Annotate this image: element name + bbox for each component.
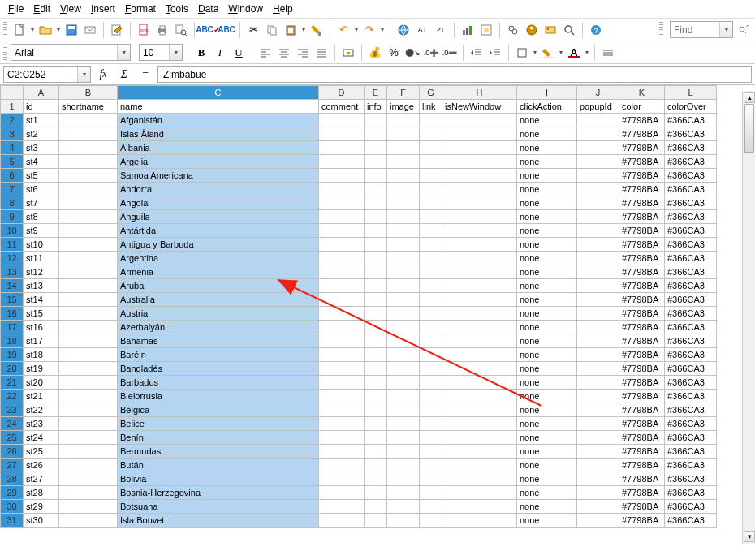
row-header-8[interactable]: 8 — [1, 196, 24, 210]
cell[interactable] — [319, 321, 365, 334]
cell[interactable]: #366CA3 — [665, 307, 717, 321]
cell[interactable]: #7798BA — [619, 459, 665, 472]
chevron-down-icon[interactable]: ▾ — [353, 26, 360, 33]
cell[interactable]: #7798BA — [619, 445, 665, 459]
row-header-21[interactable]: 21 — [1, 376, 24, 390]
cell[interactable]: Isla Bouvet — [118, 514, 319, 528]
cell[interactable] — [442, 265, 517, 279]
row-header-27[interactable]: 27 — [1, 459, 24, 472]
cell[interactable] — [442, 417, 517, 431]
cell[interactable] — [420, 334, 442, 348]
cell[interactable] — [59, 210, 118, 224]
cell[interactable] — [59, 293, 118, 307]
row-header-2[interactable]: 2 — [1, 114, 24, 127]
cell[interactable] — [420, 114, 442, 127]
percent-button[interactable]: % — [385, 44, 403, 62]
cell[interactable] — [365, 431, 387, 445]
menu-help[interactable]: Help — [268, 2, 298, 16]
cell[interactable]: Andorra — [118, 183, 319, 196]
underline-button[interactable]: U — [230, 44, 248, 62]
cell[interactable]: Bielorrusia — [118, 390, 319, 403]
cell[interactable]: st10 — [24, 238, 59, 252]
cell[interactable] — [365, 334, 387, 348]
cell[interactable] — [442, 183, 517, 196]
cell[interactable] — [319, 252, 365, 265]
column-header-I[interactable]: I — [517, 86, 577, 100]
cell[interactable] — [420, 445, 442, 459]
cell[interactable] — [577, 514, 619, 528]
cell[interactable] — [420, 196, 442, 210]
bold-button[interactable]: B — [192, 44, 210, 62]
row-header-19[interactable]: 19 — [1, 348, 24, 362]
cell[interactable]: #366CA3 — [665, 238, 717, 252]
row-header-16[interactable]: 16 — [1, 307, 24, 321]
cell[interactable]: #366CA3 — [665, 224, 717, 238]
cell[interactable] — [319, 445, 365, 459]
cell[interactable]: Belice — [118, 417, 319, 431]
cell[interactable] — [420, 459, 442, 472]
cell[interactable]: #7798BA — [619, 376, 665, 390]
edit-button[interactable] — [108, 21, 126, 39]
cell[interactable] — [577, 293, 619, 307]
cell[interactable]: st25 — [24, 445, 59, 459]
cell[interactable] — [387, 459, 420, 472]
cell[interactable]: #366CA3 — [665, 417, 717, 431]
cell[interactable] — [420, 252, 442, 265]
cell[interactable]: none — [517, 210, 577, 224]
cell[interactable] — [59, 500, 118, 514]
format-paintbrush-button[interactable] — [308, 21, 326, 39]
spreadsheet-grid[interactable]: ABCDEFGHIJKL1idshortnamenamecommentinfoi… — [0, 85, 717, 528]
cell[interactable] — [577, 472, 619, 486]
cell[interactable] — [59, 307, 118, 321]
cell-reference-box[interactable]: ▾ — [3, 66, 91, 83]
cell[interactable]: #366CA3 — [665, 293, 717, 307]
find-input[interactable] — [671, 22, 719, 37]
cell[interactable] — [319, 403, 365, 417]
cell[interactable] — [577, 238, 619, 252]
cell[interactable] — [387, 238, 420, 252]
cell[interactable]: Islas Åland — [118, 127, 319, 141]
menu-insert[interactable]: Insert — [86, 2, 120, 16]
cell[interactable] — [577, 390, 619, 403]
column-header-C[interactable]: C — [118, 86, 319, 100]
cell[interactable]: #7798BA — [619, 155, 665, 169]
cell[interactable]: #7798BA — [619, 431, 665, 445]
cell[interactable]: st7 — [24, 196, 59, 210]
cell[interactable] — [442, 196, 517, 210]
cell[interactable] — [365, 293, 387, 307]
copy-button[interactable] — [263, 21, 281, 39]
cell[interactable]: st15 — [24, 307, 59, 321]
cell[interactable] — [365, 362, 387, 376]
row-header-20[interactable]: 20 — [1, 362, 24, 376]
column-header-K[interactable]: K — [619, 86, 665, 100]
cell[interactable] — [577, 376, 619, 390]
cell[interactable]: none — [517, 431, 577, 445]
cell[interactable] — [365, 114, 387, 127]
cell[interactable] — [420, 307, 442, 321]
cell[interactable] — [319, 472, 365, 486]
cell[interactable]: Australia — [118, 293, 319, 307]
cell[interactable]: #7798BA — [619, 183, 665, 196]
merge-cells-button[interactable] — [339, 44, 357, 62]
cell[interactable] — [387, 390, 420, 403]
cell[interactable] — [319, 114, 365, 127]
cell[interactable] — [387, 348, 420, 362]
row-header-1[interactable]: 1 — [1, 100, 24, 114]
cell[interactable] — [442, 445, 517, 459]
cell[interactable]: isNewWindow — [442, 100, 517, 114]
print-preview-button[interactable] — [172, 21, 190, 39]
bg-color-button[interactable] — [539, 44, 557, 62]
row-header-6[interactable]: 6 — [1, 169, 24, 183]
cell[interactable]: st14 — [24, 293, 59, 307]
cell[interactable]: color — [619, 100, 665, 114]
cell[interactable]: st6 — [24, 183, 59, 196]
cell[interactable]: st23 — [24, 417, 59, 431]
cell[interactable] — [420, 500, 442, 514]
cell[interactable] — [420, 403, 442, 417]
cell[interactable]: #366CA3 — [665, 431, 717, 445]
cell[interactable] — [365, 252, 387, 265]
cell[interactable] — [577, 196, 619, 210]
row-header-10[interactable]: 10 — [1, 224, 24, 238]
cell[interactable] — [319, 417, 365, 431]
cell[interactable]: Bélgica — [118, 403, 319, 417]
